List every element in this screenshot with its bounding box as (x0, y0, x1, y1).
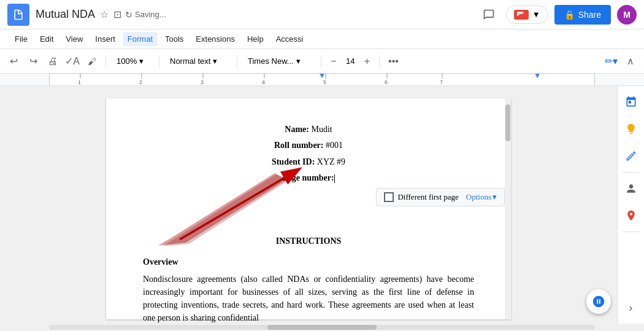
meet-icon (514, 10, 529, 20)
undo-button[interactable]: ↩ (5, 53, 22, 70)
edit-mode-button[interactable]: ✏▾ (602, 53, 619, 70)
student-id-label: Student ID: (272, 157, 315, 166)
share-label: Share (578, 10, 601, 20)
page-content: Name: Mudit Roll number: #001 Student ID… (143, 123, 474, 324)
font-size-value: 14 (342, 56, 358, 66)
menu-edit[interactable]: Edit (35, 32, 58, 46)
meet-button[interactable]: ▼ (506, 6, 548, 24)
top-bar-right: ▼ 🔒 Share M (478, 4, 637, 26)
menu-extensions[interactable]: Extensions (191, 32, 240, 46)
sidebar-calendar-icon[interactable] (620, 91, 642, 113)
svg-text:1: 1 (78, 79, 81, 85)
roll-line: Roll number: #001 (143, 139, 474, 152)
decrease-font-button[interactable]: − (326, 54, 341, 69)
document-page: Name: Mudit Roll number: #001 Student ID… (106, 98, 511, 319)
style-arrow: ▾ (213, 56, 217, 66)
ruler-inner: 1 2 3 4 5 6 7 (49, 74, 595, 86)
divider-5 (379, 55, 380, 68)
different-first-page-label: Different first page (397, 191, 458, 204)
sidebar-divider-2 (623, 232, 640, 232)
divider-3 (237, 55, 237, 68)
saving-text: Saving... (135, 10, 166, 19)
font-arrow: ▾ (296, 56, 301, 66)
user-avatar[interactable]: M (617, 5, 637, 25)
svg-text:6: 6 (385, 79, 388, 85)
svg-text:3: 3 (201, 79, 204, 85)
increase-font-button[interactable]: + (359, 54, 374, 69)
font-dropdown[interactable]: Times New... ▾ (242, 54, 316, 68)
zoom-arrow: ▾ (139, 56, 144, 66)
different-first-page-checkbox[interactable] (384, 192, 394, 202)
name-value: Mudit (309, 125, 332, 134)
different-first-page-checkbox-label[interactable]: Different first page (384, 191, 458, 204)
svg-text:4: 4 (262, 79, 265, 85)
sidebar-notes-icon[interactable] (620, 118, 642, 140)
menu-view[interactable]: View (61, 32, 88, 46)
divider-4 (321, 55, 321, 68)
meet-label: ▼ (532, 10, 540, 19)
move-icon[interactable]: ⊡ (113, 9, 121, 20)
menu-file[interactable]: File (10, 32, 33, 46)
main-area: Name: Mudit Roll number: #001 Student ID… (0, 86, 644, 324)
roll-label: Roll number: (274, 141, 324, 150)
redo-button[interactable]: ↪ (25, 53, 42, 70)
share-button[interactable]: 🔒 Share (554, 5, 611, 25)
bottom-scrollbar (0, 324, 644, 331)
lock-icon: 🔒 (564, 10, 575, 20)
zoom-dropdown[interactable]: 100% ▾ (111, 54, 154, 68)
student-id-line: Student ID: XYZ #9 (143, 155, 474, 169)
sidebar-contacts-icon[interactable] (620, 177, 642, 200)
spellcheck-button[interactable]: ✓A (64, 53, 81, 70)
style-value: Normal text (170, 56, 210, 66)
sidebar-expand-button[interactable]: › (620, 297, 642, 319)
more-options-button[interactable]: ••• (385, 53, 402, 70)
star-icon[interactable]: ☆ (100, 9, 109, 20)
name-label: Name: (285, 125, 309, 134)
roll-value: #001 (324, 141, 343, 150)
text-cursor (334, 174, 335, 183)
scrollbar-thumb[interactable] (267, 325, 377, 330)
title-icons: ☆ ⊡ (100, 9, 121, 20)
menu-help[interactable]: Help (242, 32, 269, 46)
svg-text:5: 5 (323, 79, 326, 85)
right-sidebar: › (617, 86, 644, 324)
saving-indicator: ↻ Saving... (125, 10, 166, 20)
sidebar-tasks-icon[interactable] (620, 145, 642, 167)
menu-format[interactable]: Format (123, 32, 158, 46)
text-style-dropdown[interactable]: Normal text ▾ (164, 54, 232, 68)
collapse-toolbar-button[interactable]: ∧ (622, 53, 639, 70)
divider-2 (159, 55, 159, 68)
toolbar: ↩ ↪ 🖨 ✓A 🖌 100% ▾ Normal text ▾ Times Ne… (0, 49, 644, 74)
top-bar: Mutual NDA ☆ ⊡ ↻ Saving... ▼ 🔒 Share M (0, 0, 644, 29)
ruler: 1 2 3 4 5 6 7 (0, 74, 644, 86)
font-size-controls: − 14 + (326, 54, 374, 69)
student-id-value: XYZ #9 (315, 157, 345, 166)
font-value: Times New... (248, 56, 294, 66)
menu-tools[interactable]: Tools (160, 32, 188, 46)
horizontal-scrollbar[interactable] (49, 325, 595, 330)
options-button[interactable]: Options ▾ (466, 191, 497, 204)
menu-accessibility[interactable]: Accessi (271, 32, 309, 46)
instructions-title: INSTRUCTIONS (143, 235, 474, 248)
ai-assistant-button[interactable] (586, 289, 611, 314)
sidebar-maps-icon[interactable] (620, 204, 642, 227)
paint-format-button[interactable]: 🖌 (83, 53, 101, 70)
print-button[interactable]: 🖨 (44, 53, 61, 70)
sidebar-divider-1 (623, 172, 640, 173)
document-area: Name: Mudit Roll number: #001 Student ID… (0, 86, 617, 324)
svg-text:7: 7 (440, 79, 443, 85)
comments-button[interactable] (478, 4, 500, 26)
toolbar-right: ✏▾ ∧ (602, 53, 639, 70)
doc-title: Mutual NDA (36, 8, 95, 21)
overview-text: Nondisclosure agreements (also called ND… (143, 273, 474, 324)
options-arrow: ▾ (493, 191, 497, 204)
menu-bar: File Edit View Insert Format Tools Exten… (0, 29, 644, 49)
menu-insert[interactable]: Insert (90, 32, 120, 46)
overview-heading: Overview (143, 255, 474, 269)
options-label: Options (466, 191, 491, 204)
page-number-label: Page number: (282, 173, 334, 182)
app-icon (7, 4, 29, 26)
name-line: Name: Mudit (143, 123, 474, 136)
zoom-value: 100% (117, 56, 137, 66)
divider-1 (105, 55, 106, 68)
